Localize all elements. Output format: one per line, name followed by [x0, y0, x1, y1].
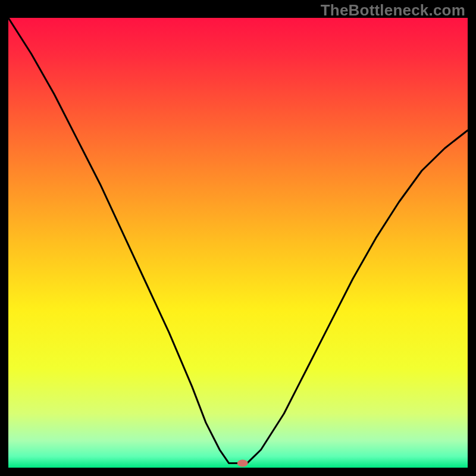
bottleneck-chart: [8, 18, 468, 468]
chart-frame: TheBottleneck.com: [0, 0, 476, 476]
plot-area: [8, 18, 468, 468]
optimal-marker: [237, 459, 248, 466]
watermark-text: TheBottleneck.com: [321, 1, 465, 20]
gradient-background: [8, 18, 468, 468]
